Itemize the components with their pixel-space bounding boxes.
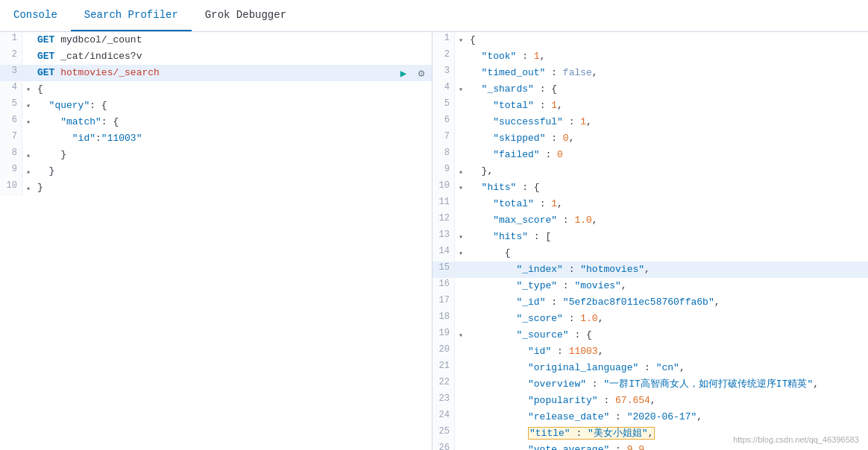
tab-console[interactable]: Console bbox=[0, 0, 71, 31]
line-num: 2 bbox=[433, 48, 455, 65]
run-button[interactable]: ▶ bbox=[396, 66, 411, 80]
code-content: "id" : 11003, bbox=[467, 343, 606, 360]
code-content: "_score" : 1.0, bbox=[467, 311, 606, 327]
settings-button[interactable]: ⚙ bbox=[414, 66, 429, 80]
code-content: "hits" : [ bbox=[467, 229, 554, 245]
line-num: 1 bbox=[433, 32, 455, 48]
code-content: "match": { bbox=[34, 114, 122, 130]
line-num: 4 bbox=[0, 81, 22, 98]
table-row: 18 "_score" : 1.0, bbox=[433, 311, 868, 327]
top-nav: Console Search Profiler Grok Debugger bbox=[0, 0, 868, 32]
line-num: 2 bbox=[0, 48, 22, 65]
left-code-area: 1 GET mydbcol/_count 2 GET _cat/indices?… bbox=[0, 32, 432, 196]
line-num: 22 bbox=[433, 376, 455, 393]
code-content: "_id" : "5ef2bac8f011ec58760ffa6b", bbox=[467, 294, 723, 311]
fold-arrow bbox=[455, 278, 467, 294]
line-num: 23 bbox=[433, 393, 455, 409]
code-content: "max_score" : 1.0, bbox=[467, 212, 601, 229]
fold-arrow bbox=[455, 311, 467, 327]
line-num: 15 bbox=[433, 262, 455, 278]
line-num: 11 bbox=[433, 196, 455, 212]
tab-grok-debugger[interactable]: Grok Debugger bbox=[192, 0, 300, 31]
table-row: 5 "total" : 1, bbox=[433, 98, 868, 114]
line-num: 10 bbox=[0, 180, 22, 196]
fold-arrow[interactable]: ▾ bbox=[22, 81, 34, 98]
code-content: "took" : 1, bbox=[467, 48, 548, 65]
code-content: "vote_average" : 9.9, bbox=[467, 442, 653, 450]
table-row: 1 GET mydbcol/_count bbox=[0, 32, 432, 48]
fold-arrow bbox=[455, 130, 467, 147]
line-num: 21 bbox=[433, 360, 455, 376]
fold-arrow bbox=[455, 65, 467, 81]
fold-arrow[interactable]: ▴ bbox=[455, 163, 467, 180]
line-num: 6 bbox=[0, 114, 22, 130]
tab-search-profiler[interactable]: Search Profiler bbox=[71, 0, 192, 31]
code-content: "_shards" : { bbox=[467, 81, 560, 98]
code-content: "query": { bbox=[34, 98, 110, 114]
code-content: }, bbox=[467, 163, 496, 180]
table-row: 2 "took" : 1, bbox=[433, 48, 868, 65]
fold-arrow bbox=[22, 48, 34, 65]
line-num: 3 bbox=[0, 65, 22, 81]
line-num: 9 bbox=[0, 163, 22, 180]
fold-arrow bbox=[455, 48, 467, 65]
line-num: 26 bbox=[433, 442, 455, 450]
fold-arrow bbox=[455, 409, 467, 425]
fold-arrow[interactable]: ▾ bbox=[22, 114, 34, 130]
table-row: 19 ▾ "_source" : { bbox=[433, 327, 868, 343]
line-num: 16 bbox=[433, 278, 455, 294]
code-content: "_type" : "movies", bbox=[467, 278, 630, 294]
line-toolbar: ▶ ⚙ bbox=[396, 66, 429, 80]
table-row: 22 "overview" : "一群IT高智商女人，如何打破传统逆序IT精英"… bbox=[433, 376, 868, 393]
fold-arrow[interactable]: ▾ bbox=[455, 245, 467, 262]
line-num: 24 bbox=[433, 409, 455, 425]
watermark: https://blog.csdn.net/qq_46396583 bbox=[733, 435, 859, 444]
code-content: "title" : "美女小姐姐", bbox=[467, 425, 658, 442]
code-content: "_source" : { bbox=[467, 327, 595, 343]
fold-arrow bbox=[455, 442, 467, 450]
left-panel: 1 GET mydbcol/_count 2 GET _cat/indices?… bbox=[0, 32, 433, 450]
main-container: 1 GET mydbcol/_count 2 GET _cat/indices?… bbox=[0, 32, 868, 450]
table-row: 20 "id" : 11003, bbox=[433, 343, 868, 360]
table-row: 4 ▾ "_shards" : { bbox=[433, 81, 868, 98]
code-content: "_index" : "hotmovies", bbox=[467, 262, 653, 278]
line-num: 1 bbox=[0, 32, 22, 48]
code-content: "successful" : 1, bbox=[467, 114, 595, 130]
fold-arrow[interactable]: ▾ bbox=[455, 229, 467, 245]
line-num: 19 bbox=[433, 327, 455, 343]
fold-arrow[interactable]: ▾ bbox=[455, 81, 467, 98]
fold-arrow[interactable]: ▴ bbox=[22, 147, 34, 163]
table-row: 3 GET hotmovies/_search ▶ ⚙ bbox=[0, 65, 432, 81]
code-content: GET mydbcol/_count bbox=[34, 32, 145, 48]
code-content: } bbox=[34, 180, 46, 196]
table-row: 6 "successful" : 1, bbox=[433, 114, 868, 130]
fold-arrow[interactable]: ▴ bbox=[22, 180, 34, 196]
code-content: "hits" : { bbox=[467, 180, 543, 196]
code-content: { bbox=[467, 32, 479, 48]
table-row: 8 ▴ } bbox=[0, 147, 432, 163]
fold-arrow[interactable]: ▾ bbox=[455, 180, 467, 196]
line-num: 7 bbox=[433, 130, 455, 147]
code-content: "release_date" : "2020-06-17", bbox=[467, 409, 705, 425]
fold-arrow[interactable]: ▴ bbox=[22, 163, 34, 180]
table-row: 2 GET _cat/indices?v bbox=[0, 48, 432, 65]
fold-arrow[interactable]: ▾ bbox=[455, 32, 467, 48]
fold-arrow[interactable]: ▾ bbox=[455, 327, 467, 343]
right-panel: 1 ▾ { 2 "took" : 1, 3 "timed_out" : fals… bbox=[433, 32, 868, 450]
fold-arrow[interactable]: ▾ bbox=[22, 98, 34, 114]
table-row: 10 ▴ } bbox=[0, 180, 432, 196]
code-content: } bbox=[34, 163, 57, 180]
code-content: "popularity" : 67.654, bbox=[467, 393, 659, 409]
table-row: 23 "popularity" : 67.654, bbox=[433, 393, 868, 409]
code-content: "skipped" : 0, bbox=[467, 130, 577, 147]
fold-arrow bbox=[455, 360, 467, 376]
table-row: 4 ▾ { bbox=[0, 81, 432, 98]
fold-arrow bbox=[455, 196, 467, 212]
table-row: 11 "total" : 1, bbox=[433, 196, 868, 212]
table-row: 15 "_index" : "hotmovies", bbox=[433, 262, 868, 278]
table-row: 13 ▾ "hits" : [ bbox=[433, 229, 868, 245]
table-row: 7 "skipped" : 0, bbox=[433, 130, 868, 147]
table-row: 17 "_id" : "5ef2bac8f011ec58760ffa6b", bbox=[433, 294, 868, 311]
line-num: 10 bbox=[433, 180, 455, 196]
table-row: 8 "failed" : 0 bbox=[433, 147, 868, 163]
